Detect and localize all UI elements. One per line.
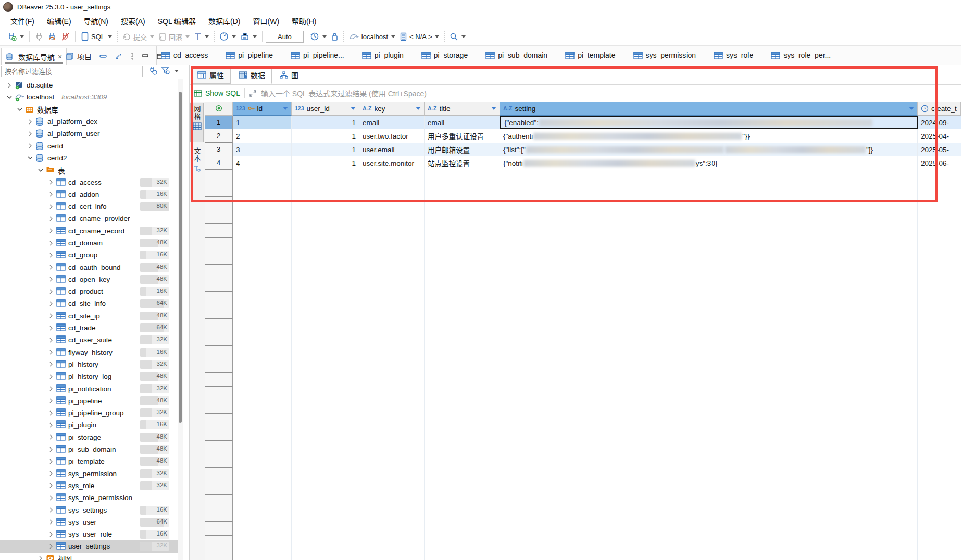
cell-create-time[interactable]: 2024-09- bbox=[918, 116, 961, 129]
active-database-select[interactable]: < N/A > bbox=[398, 31, 441, 43]
chevron-right-icon[interactable] bbox=[48, 228, 54, 234]
menu-item-1[interactable]: 编辑(E) bbox=[42, 14, 77, 28]
menu-item-6[interactable]: 窗口(W) bbox=[248, 14, 285, 28]
sidebar-scrollbar[interactable] bbox=[178, 79, 183, 560]
chevron-right-icon[interactable] bbox=[48, 410, 54, 416]
cell-user-id[interactable]: 1 bbox=[292, 143, 359, 156]
cell-create-time[interactable]: 2025-04- bbox=[918, 129, 961, 143]
tree-item-cd_trade[interactable]: cd_trade64K bbox=[0, 322, 183, 334]
chevron-right-icon[interactable] bbox=[48, 361, 54, 367]
tree-item-sys_role[interactable]: sys_role32K bbox=[0, 480, 183, 492]
tree-item-cd_oauth_bound[interactable]: cd_oauth_bound48K bbox=[0, 261, 183, 273]
output-button[interactable] bbox=[239, 30, 258, 43]
chevron-right-icon[interactable] bbox=[48, 179, 54, 185]
tree-item-cd_site_ip[interactable]: cd_site_ip48K bbox=[0, 310, 183, 322]
new-connection-button[interactable] bbox=[6, 30, 26, 43]
chevron-right-icon[interactable] bbox=[48, 543, 54, 550]
chevron-right-icon[interactable] bbox=[38, 555, 44, 560]
chevron-right-icon[interactable] bbox=[27, 131, 33, 137]
cell-id[interactable]: 1 bbox=[233, 116, 292, 129]
tree-item-pi_history_log[interactable]: pi_history_log48K bbox=[0, 370, 183, 382]
chevron-right-icon[interactable] bbox=[6, 82, 13, 89]
chevron-down-icon[interactable] bbox=[6, 94, 13, 101]
commit-mode-select[interactable]: Auto bbox=[266, 31, 304, 43]
tree-item-[interactable]: 数据库 bbox=[0, 104, 183, 116]
tree-item-pi_plugin[interactable]: pi_plugin16K bbox=[0, 419, 183, 431]
lock-icon[interactable] bbox=[329, 31, 340, 43]
tree-item-pi_history[interactable]: pi_history32K bbox=[0, 358, 183, 370]
cell-create-time[interactable]: 2025-06- bbox=[918, 156, 961, 170]
tree-item-certd[interactable]: certd bbox=[0, 140, 183, 152]
menu-item-7[interactable]: 帮助(H) bbox=[286, 14, 321, 28]
cell-title[interactable]: 站点监控设置 bbox=[425, 156, 500, 170]
row-number[interactable]: 3 bbox=[205, 143, 233, 156]
editor-tab-pi_pipeline[interactable]: pi_pipeline... bbox=[291, 51, 344, 59]
cell-key[interactable]: user.email bbox=[359, 143, 425, 156]
cell-setting[interactable]: {"list":[""]} bbox=[500, 143, 918, 156]
cell-key[interactable]: user.two.factor bbox=[359, 129, 425, 143]
cell-user-id[interactable]: 1 bbox=[292, 156, 359, 170]
menu-item-0[interactable]: 文件(F) bbox=[5, 14, 40, 28]
tree-item-certd2[interactable]: certd2 bbox=[0, 152, 183, 164]
tree-item-pi_sub_domain[interactable]: pi_sub_domain48K bbox=[0, 443, 183, 455]
column-filter-arrow-icon[interactable] bbox=[416, 107, 421, 110]
tree-item-ai_platform_user[interactable]: ai_platform_user bbox=[0, 128, 183, 140]
reconnect-icon[interactable] bbox=[46, 31, 58, 43]
tree-item-cd_group[interactable]: cd_group16K bbox=[0, 249, 183, 261]
cell-id[interactable]: 3 bbox=[233, 143, 292, 156]
chevron-down-icon[interactable] bbox=[27, 155, 33, 161]
expand-filter-icon[interactable] bbox=[249, 90, 257, 97]
chevron-right-icon[interactable] bbox=[48, 240, 54, 246]
menu-item-2[interactable]: 导航(N) bbox=[79, 14, 114, 28]
tree-item-pi_pipeline[interactable]: pi_pipeline48K bbox=[0, 395, 183, 407]
cell-title[interactable]: 用户邮箱设置 bbox=[425, 143, 500, 156]
table-row[interactable]: 441user.site.monitor站点监控设置{"notifiys":30… bbox=[205, 156, 961, 170]
chevron-right-icon[interactable] bbox=[48, 337, 54, 343]
cell-create-time[interactable]: 2025-05- bbox=[918, 143, 961, 156]
menu-item-4[interactable]: SQL 编辑器 bbox=[153, 14, 201, 28]
chevron-right-icon[interactable] bbox=[48, 216, 54, 222]
column-filter-arrow-icon[interactable] bbox=[909, 107, 914, 110]
tree-item-pi_notification[interactable]: pi_notification32K bbox=[0, 382, 183, 394]
tab-project[interactable]: 项目 bbox=[61, 48, 96, 65]
editor-tab-cd_access[interactable]: cd_access bbox=[161, 51, 208, 59]
menu-item-5[interactable]: 数据库(D) bbox=[203, 14, 245, 28]
tree-item-pi_pipeline_group[interactable]: pi_pipeline_group32K bbox=[0, 407, 183, 419]
table-row[interactable]: 331user.email用户邮箱设置{"list":[""]}2025-05- bbox=[205, 143, 961, 156]
filter-expression-input[interactable]: 输入一个 SQL 表达式来过滤结果 (使用 Ctrl+Space) bbox=[261, 88, 427, 98]
tree-item-cd_domain[interactable]: cd_domain48K bbox=[0, 237, 183, 249]
presentation-text-tab[interactable]: 文本 bbox=[190, 145, 204, 184]
tree-item-pi_template[interactable]: pi_template48K bbox=[0, 455, 183, 467]
chevron-right-icon[interactable] bbox=[48, 446, 54, 453]
chevron-right-icon[interactable] bbox=[48, 422, 54, 428]
performance-button[interactable] bbox=[218, 30, 238, 43]
tree-item-cd_cname_provider[interactable]: cd_cname_provider bbox=[0, 213, 183, 225]
tree-item-pi_storage[interactable]: pi_storage48K bbox=[0, 431, 183, 443]
cell-user-id[interactable]: 1 bbox=[292, 116, 359, 129]
editor-tab-sys_role[interactable]: sys_role bbox=[714, 51, 753, 59]
tree-item-dbsqlite[interactable]: db.sqlite bbox=[0, 79, 183, 91]
menu-item-3[interactable]: 搜索(A) bbox=[116, 14, 151, 28]
collapse-all-icon[interactable] bbox=[99, 53, 107, 60]
editor-tab-pi_plugin[interactable]: pi_plugin bbox=[362, 51, 404, 59]
tree-item-cd_user_suite[interactable]: cd_user_suite32K bbox=[0, 334, 183, 346]
tab-data[interactable]: 数据 bbox=[232, 66, 272, 84]
sidebar-scrollbar-thumb[interactable] bbox=[179, 92, 182, 423]
editor-tab-pi_pipeline[interactable]: pi_pipeline bbox=[226, 51, 273, 59]
tree-item-sys_settings[interactable]: sys_settings16K bbox=[0, 504, 183, 516]
presentation-grid-tab[interactable]: 网格 bbox=[190, 103, 204, 142]
minimize-icon[interactable] bbox=[142, 53, 149, 59]
cell-id[interactable]: 2 bbox=[233, 129, 292, 143]
chevron-right-icon[interactable] bbox=[48, 349, 54, 355]
transaction-mode-button[interactable] bbox=[192, 31, 210, 43]
column-filter-arrow-icon[interactable] bbox=[491, 107, 496, 110]
sql-editor-button[interactable]: SQL bbox=[79, 30, 114, 43]
connection-filter-input[interactable] bbox=[1, 66, 143, 77]
connection-plug-filter-icon[interactable] bbox=[148, 66, 158, 76]
chevron-right-icon[interactable] bbox=[48, 470, 54, 477]
row-number[interactable]: 1 bbox=[205, 116, 233, 129]
cell-id[interactable]: 4 bbox=[233, 156, 292, 170]
chevron-right-icon[interactable] bbox=[48, 397, 54, 404]
tree-item-cd_open_key[interactable]: cd_open_key48K bbox=[0, 273, 183, 285]
tree-item-flyway_history[interactable]: flyway_history16K bbox=[0, 346, 183, 358]
